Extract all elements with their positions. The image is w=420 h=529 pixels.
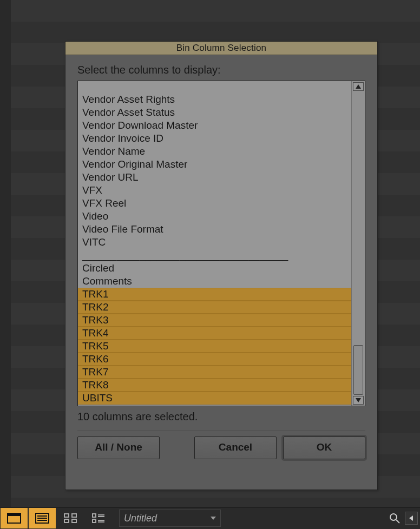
collapse-button[interactable] (405, 512, 418, 525)
list-item[interactable]: UBITS (78, 392, 351, 405)
svg-marker-20 (409, 515, 413, 521)
divider (77, 431, 365, 431)
view-mode-grid-button[interactable] (57, 508, 84, 528)
list-item[interactable]: Video (78, 210, 351, 223)
cancel-button[interactable]: Cancel (194, 437, 277, 459)
list-item[interactable]: VFX Reel (78, 197, 351, 210)
svg-rect-10 (64, 519, 69, 523)
svg-rect-9 (72, 514, 76, 517)
list-item[interactable]: TRK6 (78, 353, 351, 366)
list-item[interactable]: Comments (78, 275, 351, 288)
svg-rect-8 (64, 514, 69, 517)
dialog-prompt: Select the columns to display: (77, 64, 365, 76)
ok-button[interactable]: OK (283, 437, 365, 459)
bin-column-selection-dialog: Bin Column Selection Select the columns … (65, 41, 378, 490)
list-item[interactable]: Vendor Invoice ID (78, 132, 351, 145)
list-item[interactable]: Vendor URL (78, 171, 351, 184)
all-none-button[interactable]: All / None (77, 437, 160, 459)
app-footer: Untitled (0, 507, 420, 529)
svg-rect-3 (8, 513, 21, 516)
list-item[interactable]: Video File Format (78, 223, 351, 236)
view-mode-text-button[interactable] (29, 508, 56, 528)
list-item[interactable]: VITC (78, 236, 351, 249)
list-item[interactable]: ____________________________________ (78, 249, 351, 262)
list-item[interactable]: VFX (78, 184, 351, 197)
chevron-down-icon (211, 517, 216, 520)
list-item[interactable]: TRK5 (78, 340, 351, 353)
svg-rect-11 (72, 519, 76, 523)
column-list: Vendor Asset RightsVendor Asset StatusVe… (77, 81, 365, 406)
list-item[interactable]: TRK4 (78, 327, 351, 340)
search-button[interactable] (386, 510, 403, 526)
list-item[interactable]: TRK7 (78, 366, 351, 379)
svg-marker-1 (356, 398, 361, 402)
svg-line-19 (396, 520, 399, 523)
scroll-up-button[interactable] (353, 82, 364, 91)
list-item[interactable]: Circled (78, 262, 351, 275)
svg-marker-0 (356, 84, 361, 89)
layout-menu[interactable]: Untitled (119, 510, 221, 527)
scroll-thumb[interactable] (353, 345, 363, 395)
list-item[interactable]: Vendor Download Master (78, 119, 351, 132)
list-item[interactable]: TRK2 (78, 301, 351, 314)
list-item[interactable]: TRK8 (78, 379, 351, 392)
svg-rect-13 (93, 519, 96, 523)
list-item[interactable]: TRK3 (78, 314, 351, 327)
svg-point-18 (390, 514, 397, 520)
view-mode-grid-text-button[interactable] (85, 508, 112, 528)
selection-status: 10 columns are selected. (77, 411, 365, 423)
list-item[interactable]: Vendor Original Master (78, 158, 351, 171)
list-item[interactable]: Vendor Asset Rights (78, 93, 351, 106)
scroll-track[interactable] (353, 92, 363, 395)
scroll-down-button[interactable] (353, 396, 364, 405)
dialog-title: Bin Column Selection (65, 42, 377, 55)
svg-rect-12 (93, 514, 96, 517)
layout-menu-label: Untitled (124, 513, 157, 524)
list-item[interactable]: Vendor Asset Status (78, 106, 351, 119)
view-mode-frame-button[interactable] (1, 508, 28, 528)
list-item[interactable]: TRK1 (78, 288, 351, 301)
list-item[interactable]: Vendor Name (78, 145, 351, 158)
scrollbar[interactable] (351, 81, 365, 406)
